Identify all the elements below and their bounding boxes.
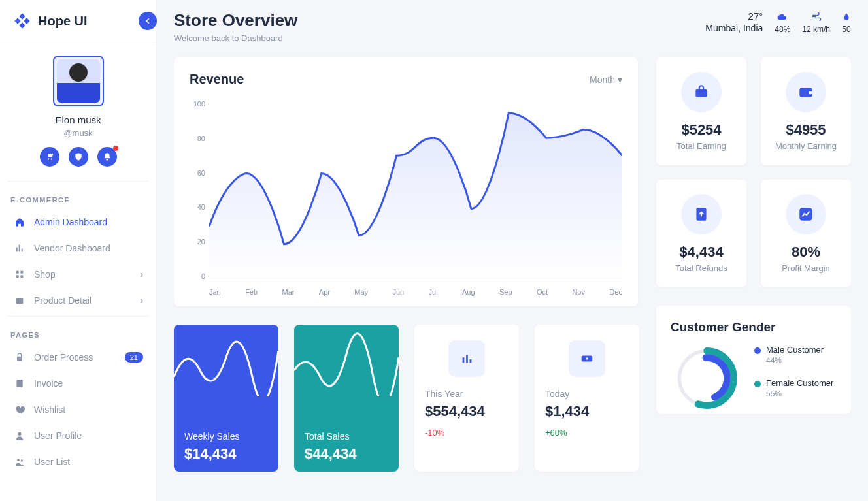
nav-user-list[interactable]: User List [5, 449, 151, 475]
revenue-title: Revenue [190, 72, 244, 87]
weather-location: Mumbai, India [705, 23, 763, 33]
bell-icon[interactable] [97, 147, 117, 167]
svg-rect-0 [16, 248, 18, 252]
svg-rect-1 [19, 245, 20, 252]
revenue-period-dropdown[interactable]: Month ▾ [590, 74, 622, 85]
total-sales-card: Total Sales$44,434 [294, 325, 399, 472]
wind-icon [802, 10, 830, 24]
briefcase-icon [681, 72, 722, 112]
sidebar: Hope UI Elon musk @musk E-COMMERCE Admin… [0, 0, 157, 501]
trend-icon [786, 194, 826, 234]
weather-temp: 27° [705, 10, 763, 22]
weather-widget: 27° Mumbai, India 48% 12 km/h 50 [705, 10, 851, 34]
section-ecommerce: E-COMMERCE [0, 184, 156, 209]
svg-rect-20 [809, 91, 812, 94]
customer-gender-card: Customer Gender Male Customer44% Female … [656, 306, 851, 414]
svg-rect-7 [16, 298, 24, 304]
droplet-icon [842, 10, 851, 24]
avatar[interactable] [53, 56, 104, 106]
nav-admin-dashboard[interactable]: Admin Dashboard [5, 209, 151, 235]
lock-icon [13, 351, 26, 364]
svg-point-12 [21, 459, 23, 461]
chart-icon [13, 242, 26, 255]
nav-invoice[interactable]: Invoice [5, 370, 151, 396]
brand[interactable]: Hope UI [0, 0, 156, 42]
profile-block: Elon musk @musk [0, 42, 156, 178]
nav-vendor-dashboard[interactable]: Vendor Dashboard [5, 235, 151, 261]
svg-point-25 [686, 358, 727, 399]
bars-icon [448, 340, 485, 377]
kpi-total-refunds: $4,434Total Refunds [656, 180, 746, 287]
svg-rect-4 [20, 271, 23, 274]
file-icon [13, 377, 26, 390]
svg-rect-18 [695, 89, 707, 97]
svg-rect-5 [16, 275, 19, 278]
nav-wishlist[interactable]: Wishlist [5, 396, 151, 423]
this-year-card: This Year $554,434 -10% [414, 325, 519, 472]
svg-rect-9 [16, 380, 22, 387]
weather-wind: 12 km/h [802, 25, 830, 34]
badge: 21 [125, 352, 143, 363]
page-title: Store Overview [174, 10, 297, 31]
legend-male: Male Customer44% [754, 345, 833, 365]
box-icon [13, 294, 26, 307]
shield-icon[interactable] [69, 147, 88, 167]
weekly-sales-card: Weekly Sales$14,434 [174, 325, 278, 472]
nav-pages: Order Process21 Invoice Wishlist User Pr… [0, 344, 156, 475]
cloud-icon [775, 10, 790, 24]
section-pages: PAGES [0, 319, 156, 344]
home-icon [13, 216, 26, 229]
nav-product-detail[interactable]: Product Detail› [5, 287, 151, 314]
weather-humidity: 48% [775, 25, 790, 34]
grid-icon [13, 268, 26, 281]
page-subtitle: Welcome back to Dashboard [174, 33, 297, 43]
legend-female: Female Customer55% [754, 378, 833, 398]
revenue-chart: 100 80 60 40 20 0 [190, 100, 622, 296]
svg-rect-14 [466, 355, 468, 363]
svg-rect-15 [470, 359, 472, 363]
cart-icon[interactable] [40, 147, 59, 167]
money-icon [569, 340, 605, 377]
main-content: Store Overview Welcome back to Dashboard… [157, 0, 868, 501]
svg-point-11 [17, 459, 20, 461]
logo-icon [13, 12, 31, 30]
svg-rect-3 [16, 271, 19, 274]
nav-user-profile[interactable]: User Profile [5, 423, 151, 449]
svg-rect-13 [463, 357, 465, 363]
user-icon [13, 429, 26, 442]
chevron-right-icon: › [140, 269, 143, 280]
svg-point-17 [586, 357, 588, 360]
profile-name: Elon musk [55, 114, 101, 125]
kpi-monthly-earning: $4955Monthly Earning [761, 57, 851, 165]
nav-shop[interactable]: Shop› [5, 261, 151, 287]
chevron-right-icon: › [140, 295, 143, 306]
svg-point-10 [18, 432, 21, 436]
svg-rect-2 [22, 249, 23, 252]
kpi-total-earning: $5254Total Earning [656, 57, 746, 165]
upload-icon [681, 194, 722, 234]
chevron-down-icon: ▾ [618, 74, 622, 85]
wallet-icon [786, 72, 826, 112]
nav-ecommerce: Admin Dashboard Vendor Dashboard Shop› P… [0, 209, 156, 314]
revenue-card: Revenue Month ▾ 100 80 60 40 20 0 [174, 57, 638, 306]
users-icon [13, 455, 26, 468]
today-card: Today $1,434 +60% [535, 325, 639, 472]
brand-name: Hope UI [38, 14, 88, 29]
nav-order-process[interactable]: Order Process21 [5, 344, 151, 370]
kpi-profit-margin: 80%Profit Margin [761, 180, 851, 287]
gender-title: Customer Gender [671, 320, 837, 334]
profile-handle: @musk [63, 128, 92, 138]
weather-precip: 50 [842, 25, 850, 34]
svg-rect-8 [17, 357, 22, 361]
sidebar-collapse-button[interactable] [139, 12, 157, 30]
svg-rect-6 [20, 275, 23, 278]
gender-donut-chart [671, 342, 743, 414]
heart-icon [13, 403, 26, 416]
